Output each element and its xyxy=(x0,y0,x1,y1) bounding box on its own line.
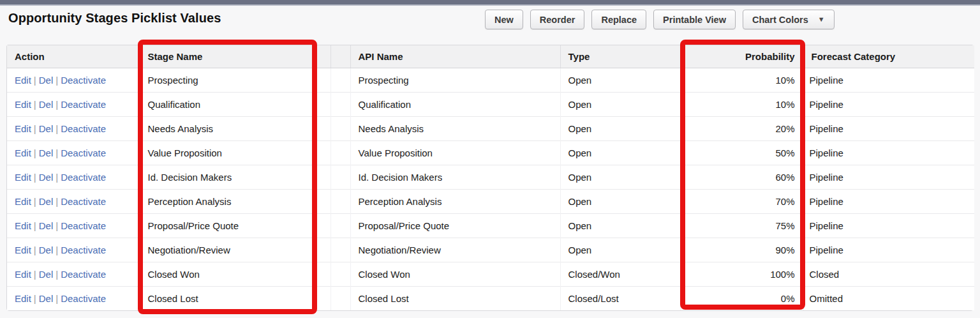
action-link-deactivate[interactable]: Deactivate xyxy=(61,99,106,110)
action-separator: | xyxy=(31,269,39,280)
stage-name-cell: Value Proposition xyxy=(140,140,330,165)
action-cell: Edit|Del|Deactivate xyxy=(7,92,140,116)
top-border-bar xyxy=(0,0,980,6)
stage-name-cell: Prospecting xyxy=(140,68,330,92)
type-cell: Open xyxy=(560,92,680,116)
reorder-button[interactable]: Reorder xyxy=(530,10,585,29)
table-row: Edit|Del|Deactivate Value Proposition Va… xyxy=(7,140,974,165)
action-link-deactivate[interactable]: Deactivate xyxy=(61,123,106,134)
spacer-cell xyxy=(330,189,350,213)
table-row: Edit|Del|Deactivate Closed Lost Closed L… xyxy=(7,286,974,310)
action-link-deactivate[interactable]: Deactivate xyxy=(61,269,106,280)
toolbar: New Reorder Replace Printable View Chart… xyxy=(485,10,835,29)
forecast-category-cell: Omitted xyxy=(803,286,974,310)
action-separator: | xyxy=(31,75,39,86)
replace-button[interactable]: Replace xyxy=(591,10,646,29)
table-row: Edit|Del|Deactivate Id. Decision Makers … xyxy=(7,165,974,189)
action-link-edit[interactable]: Edit xyxy=(15,75,31,86)
action-cell: Edit|Del|Deactivate xyxy=(7,116,140,140)
spacer-cell xyxy=(330,238,350,262)
action-link-del[interactable]: Del xyxy=(39,123,54,134)
action-cell: Edit|Del|Deactivate xyxy=(7,189,140,213)
picklist-table-body: Edit|Del|Deactivate Prospecting Prospect… xyxy=(7,68,974,310)
action-link-deactivate[interactable]: Deactivate xyxy=(61,220,106,231)
setup-page: Opportunity Stages Picklist Values New R… xyxy=(0,0,980,318)
action-link-deactivate[interactable]: Deactivate xyxy=(61,75,106,86)
spacer-cell xyxy=(330,262,350,286)
forecast-category-cell: Pipeline xyxy=(803,213,974,238)
action-separator: | xyxy=(53,220,61,231)
forecast-category-cell: Closed xyxy=(803,262,974,286)
spacer-cell xyxy=(330,213,350,238)
table-row: Edit|Del|Deactivate Proposal/Price Quote… xyxy=(7,213,974,238)
action-link-del[interactable]: Del xyxy=(39,148,54,158)
action-link-edit[interactable]: Edit xyxy=(15,196,31,207)
stage-name-cell: Needs Analysis xyxy=(140,116,330,140)
action-separator: | xyxy=(31,172,39,183)
chart-colors-dropdown-button[interactable]: Chart Colors ▼ xyxy=(743,10,835,29)
table-row: Edit|Del|Deactivate Negotiation/Review N… xyxy=(7,238,974,262)
action-separator: | xyxy=(53,269,61,280)
action-link-deactivate[interactable]: Deactivate xyxy=(61,196,106,207)
action-link-edit[interactable]: Edit xyxy=(15,148,31,158)
action-link-edit[interactable]: Edit xyxy=(15,99,31,110)
action-link-del[interactable]: Del xyxy=(39,269,54,280)
action-link-edit[interactable]: Edit xyxy=(15,172,31,183)
action-link-del[interactable]: Del xyxy=(39,245,54,255)
spacer-cell xyxy=(330,165,350,189)
action-separator: | xyxy=(31,196,39,207)
probability-cell: 20% xyxy=(680,116,803,140)
type-cell: Open xyxy=(560,189,680,213)
action-link-deactivate[interactable]: Deactivate xyxy=(61,172,106,183)
action-cell: Edit|Del|Deactivate xyxy=(7,140,140,165)
stage-name-cell: Proposal/Price Quote xyxy=(140,213,330,238)
action-separator: | xyxy=(31,148,39,158)
api-name-cell: Qualification xyxy=(350,92,560,116)
page-title: Opportunity Stages Picklist Values xyxy=(8,11,221,26)
stage-name-cell: Id. Decision Makers xyxy=(140,165,330,189)
stage-name-cell: Perception Analysis xyxy=(140,189,330,213)
stage-name-cell: Negotiation/Review xyxy=(140,238,330,262)
action-link-edit[interactable]: Edit xyxy=(15,245,31,255)
new-button[interactable]: New xyxy=(485,10,523,29)
stage-name-cell: Closed Lost xyxy=(140,286,330,310)
action-link-edit[interactable]: Edit xyxy=(15,123,31,134)
column-header-action: Action xyxy=(7,45,140,68)
type-cell: Open xyxy=(560,68,680,92)
probability-cell: 90% xyxy=(680,238,803,262)
table-row: Edit|Del|Deactivate Closed Won Closed Wo… xyxy=(7,262,974,286)
action-link-edit[interactable]: Edit xyxy=(15,293,31,304)
action-link-edit[interactable]: Edit xyxy=(15,269,31,280)
picklist-table: Action Stage Name API Name Type Probabil… xyxy=(7,45,974,310)
spacer-cell xyxy=(330,140,350,165)
action-link-edit[interactable]: Edit xyxy=(15,220,31,231)
action-link-del[interactable]: Del xyxy=(39,75,54,86)
probability-cell: 10% xyxy=(680,92,803,116)
forecast-category-cell: Pipeline xyxy=(803,189,974,213)
action-link-del[interactable]: Del xyxy=(39,172,54,183)
action-cell: Edit|Del|Deactivate xyxy=(7,165,140,189)
action-link-deactivate[interactable]: Deactivate xyxy=(61,245,106,255)
action-link-deactivate[interactable]: Deactivate xyxy=(61,293,106,304)
action-cell: Edit|Del|Deactivate xyxy=(7,213,140,238)
action-link-del[interactable]: Del xyxy=(39,99,54,110)
api-name-cell: Id. Decision Makers xyxy=(350,165,560,189)
action-link-deactivate[interactable]: Deactivate xyxy=(61,148,106,158)
printable-view-button[interactable]: Printable View xyxy=(653,10,736,29)
type-cell: Open xyxy=(560,116,680,140)
action-link-del[interactable]: Del xyxy=(39,293,54,304)
forecast-category-cell: Pipeline xyxy=(803,116,974,140)
type-cell: Open xyxy=(560,238,680,262)
action-separator: | xyxy=(53,75,61,86)
action-separator: | xyxy=(31,293,39,304)
column-header-type: Type xyxy=(560,45,680,68)
action-separator: | xyxy=(53,99,61,110)
column-header-probability: Probability xyxy=(680,45,803,68)
action-separator: | xyxy=(53,245,61,255)
action-link-del[interactable]: Del xyxy=(39,220,54,231)
probability-cell: 100% xyxy=(680,262,803,286)
action-link-del[interactable]: Del xyxy=(39,196,54,207)
spacer-cell xyxy=(330,92,350,116)
action-separator: | xyxy=(31,245,39,255)
action-cell: Edit|Del|Deactivate xyxy=(7,286,140,310)
